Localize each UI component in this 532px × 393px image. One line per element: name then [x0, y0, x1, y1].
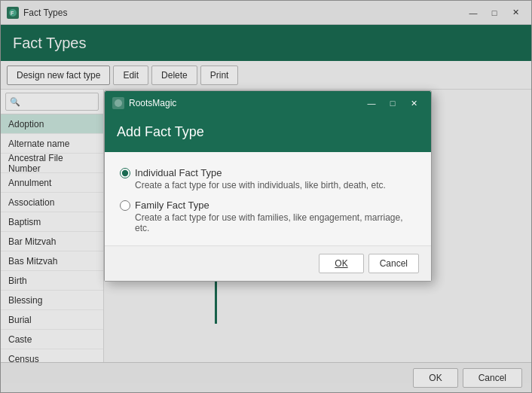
- dialog-ok-button[interactable]: OK: [319, 254, 363, 273]
- dialog-controls: ― □ ✕: [362, 96, 423, 111]
- family-radio-label[interactable]: Family Fact Type: [120, 200, 416, 211]
- dialog-footer: OK Cancel: [105, 245, 431, 281]
- family-radio-input[interactable]: [120, 200, 130, 211]
- dialog-app-icon: [112, 97, 124, 109]
- individual-radio-input[interactable]: [120, 168, 130, 178]
- individual-radio-desc: Create a fact type for use with individu…: [135, 180, 416, 190]
- family-fact-type-option: Family Fact Type Create a fact type for …: [120, 200, 416, 233]
- dialog-header: Add Fact Type: [105, 115, 431, 152]
- individual-radio-label[interactable]: Individual Fact Type: [120, 167, 416, 178]
- family-radio-text: Family Fact Type: [135, 200, 209, 211]
- dialog-minimize-button[interactable]: ―: [362, 96, 381, 111]
- dialog-cancel-button[interactable]: Cancel: [368, 254, 419, 273]
- individual-fact-type-option: Individual Fact Type Create a fact type …: [120, 167, 416, 190]
- dialog-maximize-button[interactable]: □: [383, 96, 402, 111]
- dialog-app-name: RootsMagic: [129, 98, 176, 108]
- dialog-titlebar-left: RootsMagic: [112, 97, 176, 109]
- individual-radio-text: Individual Fact Type: [135, 167, 222, 178]
- dialog-title: Add Fact Type: [117, 124, 419, 140]
- dialog-close-button[interactable]: ✕: [404, 96, 423, 111]
- radio-group: Individual Fact Type Create a fact type …: [120, 167, 416, 233]
- svg-point-2: [115, 99, 122, 107]
- family-radio-desc: Create a fact type for use with families…: [135, 212, 416, 233]
- dialog-titlebar: RootsMagic ― □ ✕: [105, 91, 431, 115]
- add-fact-type-dialog: RootsMagic ― □ ✕ Add Fact Type Individua…: [104, 90, 432, 282]
- dialog-body: Individual Fact Type Create a fact type …: [105, 152, 431, 245]
